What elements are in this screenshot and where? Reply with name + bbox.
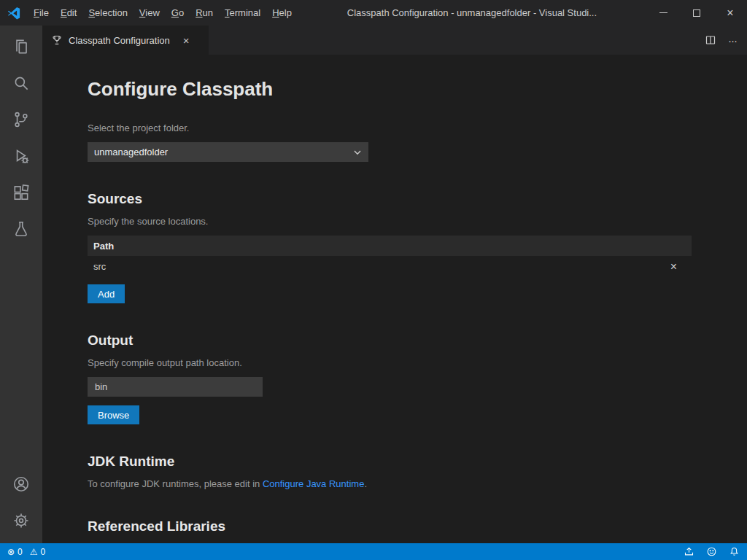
minimize-icon bbox=[659, 12, 667, 13]
menu-view[interactable]: View bbox=[133, 0, 166, 26]
vscode-logo-icon bbox=[0, 7, 28, 20]
menu-run[interactable]: Run bbox=[190, 0, 219, 26]
maximize-button[interactable] bbox=[680, 0, 713, 26]
editor-area: Classpath Configuration × ··· Configure … bbox=[42, 26, 747, 543]
activity-bar bbox=[0, 26, 42, 543]
extensions-icon bbox=[12, 183, 31, 202]
editor-actions: ··· bbox=[694, 26, 747, 55]
gear-icon bbox=[12, 511, 31, 530]
testing-flask-icon bbox=[12, 219, 31, 238]
jdk-runtime-heading: JDK Runtime bbox=[88, 454, 692, 470]
window-title: Classpath Configuration - unmanagedfolde… bbox=[298, 7, 646, 18]
split-editor-icon[interactable] bbox=[705, 34, 716, 46]
remove-source-icon[interactable]: × bbox=[662, 261, 686, 273]
menu-selection[interactable]: Selection bbox=[82, 0, 133, 26]
search-icon bbox=[12, 74, 31, 93]
classpath-configuration-page: Configure Classpath Select the project f… bbox=[42, 55, 747, 543]
activity-settings[interactable] bbox=[0, 502, 42, 539]
files-icon bbox=[12, 37, 31, 56]
menu-terminal[interactable]: Terminal bbox=[219, 0, 266, 26]
source-path-value: src bbox=[93, 261, 106, 272]
jdk-runtime-text: To configure JDK runtimes, please edit i… bbox=[88, 478, 692, 489]
tab-classpath-configuration[interactable]: Classpath Configuration × bbox=[42, 26, 209, 55]
activity-search[interactable] bbox=[0, 65, 42, 101]
source-path-row: src × bbox=[88, 256, 692, 277]
notifications-bell-icon[interactable] bbox=[729, 546, 740, 557]
status-bar-left: ⊗ 0 ⚠ 0 bbox=[7, 547, 45, 557]
referenced-libraries-heading: Referenced Libraries bbox=[88, 518, 692, 534]
status-bar-right bbox=[684, 546, 740, 557]
activity-run-debug[interactable] bbox=[0, 138, 42, 174]
add-source-button[interactable]: Add bbox=[88, 284, 125, 303]
more-actions-icon[interactable]: ··· bbox=[728, 34, 737, 47]
menu-edit[interactable]: Edit bbox=[55, 0, 82, 26]
maximize-icon bbox=[693, 9, 700, 17]
sources-table: Path src × bbox=[88, 236, 692, 277]
project-folder-select[interactable]: unmanagedfolder bbox=[88, 142, 368, 162]
error-circle-icon: ⊗ bbox=[7, 547, 15, 557]
menu-file[interactable]: File bbox=[28, 0, 55, 26]
page-title: Configure Classpath bbox=[88, 78, 692, 101]
menu-go[interactable]: Go bbox=[166, 0, 190, 26]
output-description: Specify compile output path location. bbox=[88, 357, 692, 368]
share-icon[interactable] bbox=[684, 546, 694, 557]
account-icon bbox=[12, 475, 31, 494]
error-count: 0 bbox=[18, 547, 23, 557]
feedback-smiley-icon[interactable] bbox=[706, 546, 717, 557]
sources-heading: Sources bbox=[88, 191, 692, 207]
project-folder-selected-value: unmanagedfolder bbox=[94, 147, 168, 158]
warning-count: 0 bbox=[41, 547, 46, 557]
close-button[interactable]: × bbox=[713, 0, 747, 26]
title-bar: File Edit Selection View Go Run Terminal… bbox=[0, 0, 747, 26]
output-path-input[interactable] bbox=[88, 377, 263, 397]
menu-help[interactable]: Help bbox=[266, 0, 298, 26]
tab-bar: Classpath Configuration × ··· bbox=[42, 26, 747, 55]
browse-output-button[interactable]: Browse bbox=[88, 405, 139, 424]
run-debug-icon bbox=[12, 147, 31, 166]
tab-label: Classpath Configuration bbox=[69, 35, 170, 46]
sources-column-header: Path bbox=[88, 236, 692, 256]
configure-java-runtime-link[interactable]: Configure Java Runtime bbox=[263, 478, 364, 489]
sources-description: Specify the source locations. bbox=[88, 216, 692, 227]
jdk-text-after: . bbox=[364, 478, 367, 489]
close-icon: × bbox=[727, 7, 733, 19]
status-bar: ⊗ 0 ⚠ 0 bbox=[0, 543, 747, 560]
problems-indicator[interactable]: ⊗ 0 ⚠ 0 bbox=[7, 547, 45, 557]
activity-testing[interactable] bbox=[0, 211, 42, 247]
source-control-branch-icon bbox=[12, 110, 31, 129]
jdk-text-before: To configure JDK runtimes, please edit i… bbox=[88, 478, 263, 489]
main-area: Classpath Configuration × ··· Configure … bbox=[0, 26, 747, 543]
activity-accounts[interactable] bbox=[0, 466, 42, 502]
project-folder-label: Select the project folder. bbox=[88, 122, 692, 133]
output-heading: Output bbox=[88, 332, 692, 349]
warning-triangle-icon: ⚠ bbox=[30, 547, 38, 557]
activity-source-control[interactable] bbox=[0, 101, 42, 138]
activity-explorer[interactable] bbox=[0, 28, 42, 65]
chevron-down-icon bbox=[353, 148, 362, 157]
menu-bar: File Edit Selection View Go Run Terminal… bbox=[28, 0, 298, 26]
minimize-button[interactable] bbox=[646, 0, 680, 26]
tab-close-icon[interactable]: × bbox=[183, 35, 190, 46]
activity-extensions[interactable] bbox=[0, 174, 42, 211]
classpath-config-icon bbox=[51, 34, 63, 46]
window-controls: × bbox=[646, 0, 747, 26]
